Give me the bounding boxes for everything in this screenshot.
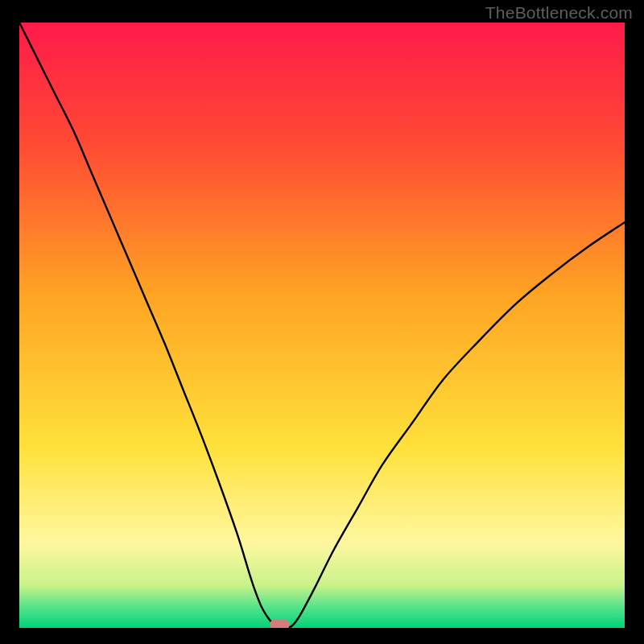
- bottleneck-chart: [19, 23, 625, 628]
- chart-frame: TheBottleneck.com: [0, 0, 644, 644]
- gradient-background: [19, 23, 625, 628]
- watermark-text: TheBottleneck.com: [485, 3, 633, 23]
- min-marker: [270, 620, 289, 628]
- plot-area: [19, 23, 625, 628]
